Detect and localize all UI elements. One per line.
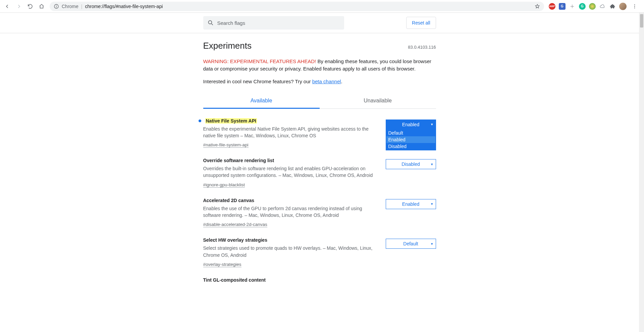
url-host: Chrome (62, 4, 78, 9)
svg-rect-2 (56, 6, 56, 7)
address-bar[interactable]: Chrome | chrome://flags/#native-file-sys… (50, 2, 544, 11)
url-separator: | (81, 4, 83, 9)
back-button[interactable] (3, 2, 12, 11)
profile-avatar[interactable] (619, 3, 627, 10)
extension-abp-icon[interactable]: ABP (549, 3, 555, 10)
bookmark-star-icon[interactable] (535, 4, 540, 9)
svg-point-1 (56, 5, 57, 6)
extensions-puzzle-icon[interactable] (609, 3, 616, 10)
chrome-menu-icon[interactable] (630, 2, 639, 11)
extension-grammarly-icon[interactable]: G (579, 3, 586, 10)
reload-button[interactable] (25, 2, 35, 11)
site-info-icon[interactable] (54, 4, 59, 9)
svg-point-4 (634, 6, 635, 6)
svg-point-5 (634, 7, 635, 8)
url-path: chrome://flags/#native-file-system-api (85, 4, 163, 9)
home-button[interactable] (37, 2, 46, 11)
svg-point-3 (634, 4, 635, 5)
extension-add-icon[interactable] (569, 3, 576, 10)
extension-cloud-icon[interactable] (599, 3, 606, 10)
toolbar-right: ABP G G (549, 2, 641, 11)
browser-toolbar: Chrome | chrome://flags/#native-file-sys… (0, 0, 644, 13)
forward-button[interactable] (14, 2, 23, 11)
extension-translate-icon[interactable]: G (559, 3, 566, 10)
extension-world-icon[interactable] (589, 3, 596, 10)
